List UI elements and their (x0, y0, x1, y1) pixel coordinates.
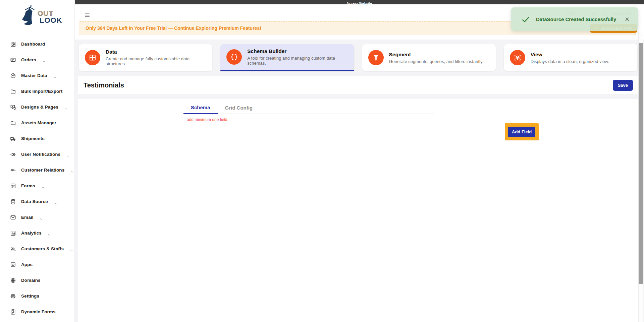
page-title: Testimonials (84, 81, 124, 89)
access-website-bar: Access Website (74, 0, 644, 4)
cube-scan-icon (514, 54, 522, 62)
domains-icon (10, 277, 16, 283)
check-icon (521, 15, 530, 24)
logo-text-look: LOOK (40, 16, 62, 25)
apps-icon (10, 262, 16, 268)
chevron-down-icon (40, 216, 43, 219)
tab-bar: Schema Grid Config (183, 102, 434, 114)
sidebar-item-data-source[interactable]: Data Source (0, 194, 74, 209)
master-data-icon (10, 73, 16, 79)
trial-banner-text: Only 364 Days Left In Your Free Trial — … (79, 25, 261, 31)
sidebar-item-assets-manager[interactable]: Assets Manager (0, 115, 74, 131)
feature-card-data[interactable]: Data Create and manage fully customizabl… (79, 44, 212, 71)
user-notifications-icon (10, 151, 16, 157)
dashboard-icon (10, 41, 16, 47)
sidebar-item-email[interactable]: Email (0, 209, 74, 225)
scrollbar-thumb[interactable] (639, 43, 643, 284)
forms-icon (10, 183, 16, 189)
app-root: OUT LOOK Dashboard Orders Ma (0, 0, 644, 322)
dynamic-forms-icon (10, 309, 16, 315)
dress-hanger-icon (19, 3, 40, 27)
chevron-down-icon (41, 185, 45, 188)
data-source-icon (10, 199, 16, 205)
main-area: Access Website 0.00 42 OutLook Only 364 … (74, 0, 644, 322)
sidebar-item-customer-relations[interactable]: Customer Relations (0, 162, 74, 178)
sidebar-item-analytics[interactable]: Analytics (0, 225, 74, 241)
save-button[interactable]: Save (613, 80, 633, 91)
orders-icon (10, 57, 16, 63)
feature-cards-row: Data Create and manage fully customizabl… (79, 44, 637, 71)
chevron-down-icon (66, 153, 70, 156)
sidebar-item-customers-staffs[interactable]: Customers & Staffs (0, 241, 74, 257)
chevron-down-icon (70, 248, 73, 251)
sidebar-item-bulk-import-export[interactable]: Bulk Import/Export (0, 83, 74, 99)
toast-success: DataSource Created Successfully (511, 7, 638, 31)
folder-icon (10, 88, 16, 94)
sidebar-item-orders[interactable]: Orders (0, 52, 74, 68)
sidebar-item-dynamic-forms[interactable]: Dynamic Forms (0, 304, 74, 320)
sidebar-item-settings[interactable]: Settings (0, 288, 74, 304)
folder-icon (10, 120, 16, 126)
sidebar: OUT LOOK Dashboard Orders Ma (0, 0, 74, 322)
schema-panel: Schema Grid Config add minimum one field… (78, 99, 641, 322)
toast-message: DataSource Created Successfully (536, 16, 624, 22)
sidebar-item-dashboard[interactable]: Dashboard (0, 36, 74, 52)
sidebar-item-forms[interactable]: Forms (0, 178, 74, 194)
shipments-icon (10, 136, 16, 142)
chevron-down-icon (54, 200, 57, 204)
sidebar-item-user-notifications[interactable]: User Notifications (0, 146, 74, 162)
chevron-down-icon (70, 169, 74, 172)
feature-card-schema-builder[interactable]: Schema Builder A tool for creating and m… (220, 44, 354, 71)
add-field-button[interactable]: Add Field (508, 127, 535, 137)
tab-grid-config[interactable]: Grid Config (218, 102, 260, 114)
data-grid-icon (89, 54, 97, 62)
funnel-icon (372, 54, 380, 62)
add-field-focus-ring: Add Field (505, 123, 539, 140)
close-icon[interactable] (624, 16, 630, 22)
curly-braces-icon (230, 53, 238, 61)
chevron-down-icon (42, 59, 46, 62)
analytics-icon (10, 230, 16, 236)
tab-schema[interactable]: Schema (183, 102, 218, 114)
brand-logo[interactable]: OUT LOOK (0, 0, 74, 36)
customers-staffs-icon (10, 246, 16, 252)
chevron-down-icon (48, 232, 51, 235)
page-title-bar: Testimonials Save (78, 76, 641, 94)
menu-toggle-button[interactable] (84, 12, 90, 18)
sidebar-item-designs-pages[interactable]: Designs & Pages (0, 99, 74, 115)
settings-icon (10, 293, 16, 299)
sidebar-item-master-data[interactable]: Master Data (0, 68, 74, 83)
feature-card-segment[interactable]: Segment Generate segments, queries, and … (362, 44, 496, 71)
email-icon (10, 214, 16, 220)
sidebar-item-apps[interactable]: Apps (0, 257, 74, 272)
validation-message: add minimum one field (187, 117, 227, 122)
sidebar-item-domains[interactable]: Domains (0, 272, 74, 288)
sidebar-item-shipments[interactable]: Shipments (0, 131, 74, 146)
sidebar-nav: Dashboard Orders Master Data (0, 36, 74, 320)
feature-card-view[interactable]: View Displays data in a clean, organized… (504, 44, 637, 71)
customer-relations-icon (10, 167, 16, 173)
chevron-down-icon (53, 74, 57, 78)
chevron-down-icon (64, 106, 68, 109)
designs-pages-icon (10, 104, 16, 110)
scrollbar-track (638, 32, 643, 322)
